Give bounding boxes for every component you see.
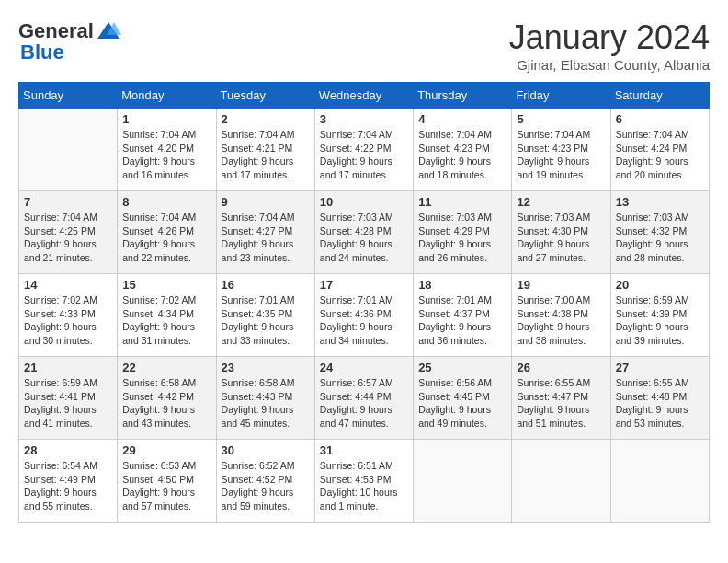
weekday-header-saturday: Saturday [610, 83, 709, 109]
day-info: Sunrise: 6:56 AMSunset: 4:45 PMDaylight:… [418, 376, 506, 431]
day-info: Sunrise: 6:51 AMSunset: 4:53 PMDaylight:… [320, 459, 408, 513]
calendar-cell [19, 109, 118, 191]
day-number: 11 [418, 195, 506, 209]
day-info: Sunrise: 7:02 AMSunset: 4:33 PMDaylight:… [24, 293, 112, 348]
day-number: 18 [418, 278, 506, 292]
day-info: Sunrise: 7:01 AMSunset: 4:35 PMDaylight:… [222, 293, 310, 348]
day-number: 22 [122, 361, 210, 374]
calendar-cell: 29Sunrise: 6:53 AMSunset: 4:50 PMDayligh… [118, 440, 216, 523]
calendar-cell [610, 440, 709, 523]
day-number: 10 [320, 195, 408, 209]
calendar-cell: 18Sunrise: 7:01 AMSunset: 4:37 PMDayligh… [414, 274, 512, 357]
day-number: 7 [24, 195, 112, 209]
day-info: Sunrise: 6:52 AMSunset: 4:52 PMDaylight:… [222, 459, 310, 513]
day-number: 24 [320, 361, 408, 374]
calendar-cell: 14Sunrise: 7:02 AMSunset: 4:33 PMDayligh… [19, 274, 118, 357]
day-info: Sunrise: 6:59 AMSunset: 4:39 PMDaylight:… [616, 293, 704, 348]
calendar-week-5: 28Sunrise: 6:54 AMSunset: 4:49 PMDayligh… [19, 440, 710, 523]
calendar-cell: 1Sunrise: 7:04 AMSunset: 4:20 PMDaylight… [118, 109, 216, 191]
logo-icon [96, 18, 121, 44]
day-number: 23 [222, 361, 310, 374]
day-number: 31 [320, 443, 408, 457]
day-number: 6 [616, 112, 704, 126]
calendar-cell [512, 440, 610, 523]
day-number: 3 [320, 112, 408, 126]
calendar-cell: 3Sunrise: 7:04 AMSunset: 4:22 PMDaylight… [314, 109, 413, 191]
calendar-cell: 13Sunrise: 7:03 AMSunset: 4:32 PMDayligh… [610, 191, 709, 274]
calendar-cell: 10Sunrise: 7:03 AMSunset: 4:28 PMDayligh… [314, 191, 413, 274]
page-header: General Blue January 2024 Gjinar, Elbasa… [18, 18, 710, 73]
title-block: January 2024 Gjinar, Elbasan County, Alb… [509, 18, 710, 73]
calendar-cell: 2Sunrise: 7:04 AMSunset: 4:21 PMDaylight… [216, 109, 314, 191]
calendar-cell: 28Sunrise: 6:54 AMSunset: 4:49 PMDayligh… [19, 440, 118, 523]
logo-blue: Blue [20, 40, 64, 64]
calendar-cell: 25Sunrise: 6:56 AMSunset: 4:45 PMDayligh… [414, 357, 512, 440]
day-number: 8 [122, 195, 210, 209]
day-number: 12 [517, 195, 605, 209]
calendar-week-2: 7Sunrise: 7:04 AMSunset: 4:25 PMDaylight… [19, 191, 710, 274]
calendar-cell: 8Sunrise: 7:04 AMSunset: 4:26 PMDaylight… [118, 191, 216, 274]
day-number: 4 [418, 112, 506, 126]
day-info: Sunrise: 7:04 AMSunset: 4:25 PMDaylight:… [24, 211, 112, 265]
day-number: 28 [24, 443, 112, 457]
calendar-body: 1Sunrise: 7:04 AMSunset: 4:20 PMDaylight… [19, 109, 710, 523]
weekday-header-sunday: Sunday [19, 83, 118, 109]
day-number: 21 [24, 361, 112, 374]
weekday-header-monday: Monday [118, 83, 216, 109]
day-info: Sunrise: 7:04 AMSunset: 4:22 PMDaylight:… [320, 128, 408, 182]
weekday-header-row: SundayMondayTuesdayWednesdayThursdayFrid… [19, 83, 710, 109]
calendar-cell: 26Sunrise: 6:55 AMSunset: 4:47 PMDayligh… [512, 357, 610, 440]
day-info: Sunrise: 6:57 AMSunset: 4:44 PMDaylight:… [320, 376, 408, 431]
day-info: Sunrise: 7:04 AMSunset: 4:23 PMDaylight:… [517, 128, 605, 182]
calendar-cell: 9Sunrise: 7:04 AMSunset: 4:27 PMDaylight… [216, 191, 314, 274]
day-info: Sunrise: 7:03 AMSunset: 4:30 PMDaylight:… [517, 211, 605, 265]
day-info: Sunrise: 7:04 AMSunset: 4:21 PMDaylight:… [222, 128, 310, 182]
calendar-cell: 16Sunrise: 7:01 AMSunset: 4:35 PMDayligh… [216, 274, 314, 357]
day-info: Sunrise: 7:00 AMSunset: 4:38 PMDaylight:… [517, 293, 605, 348]
location: Gjinar, Elbasan County, Albania [509, 57, 710, 73]
calendar-cell: 31Sunrise: 6:51 AMSunset: 4:53 PMDayligh… [314, 440, 413, 523]
day-info: Sunrise: 7:02 AMSunset: 4:34 PMDaylight:… [122, 293, 210, 348]
calendar-cell: 19Sunrise: 7:00 AMSunset: 4:38 PMDayligh… [512, 274, 610, 357]
day-number: 14 [24, 278, 112, 292]
calendar-cell: 21Sunrise: 6:59 AMSunset: 4:41 PMDayligh… [19, 357, 118, 440]
calendar-table: SundayMondayTuesdayWednesdayThursdayFrid… [18, 82, 710, 523]
calendar-cell: 4Sunrise: 7:04 AMSunset: 4:23 PMDaylight… [414, 109, 512, 191]
day-info: Sunrise: 7:01 AMSunset: 4:37 PMDaylight:… [418, 293, 506, 348]
day-number: 29 [122, 443, 210, 457]
day-number: 13 [616, 195, 704, 209]
day-info: Sunrise: 7:04 AMSunset: 4:24 PMDaylight:… [616, 128, 704, 182]
day-number: 27 [616, 361, 704, 374]
day-info: Sunrise: 6:58 AMSunset: 4:42 PMDaylight:… [122, 376, 210, 431]
day-number: 26 [517, 361, 605, 374]
day-info: Sunrise: 7:03 AMSunset: 4:28 PMDaylight:… [320, 211, 408, 265]
day-number: 16 [222, 278, 310, 292]
day-info: Sunrise: 6:53 AMSunset: 4:50 PMDaylight:… [122, 459, 210, 513]
day-info: Sunrise: 6:59 AMSunset: 4:41 PMDaylight:… [24, 376, 112, 431]
day-number: 2 [222, 112, 310, 126]
calendar-cell [414, 440, 512, 523]
calendar-cell: 24Sunrise: 6:57 AMSunset: 4:44 PMDayligh… [314, 357, 413, 440]
month-title: January 2024 [509, 18, 710, 57]
day-number: 9 [222, 195, 310, 209]
weekday-header-wednesday: Wednesday [314, 83, 413, 109]
weekday-header-friday: Friday [512, 83, 610, 109]
calendar-cell: 27Sunrise: 6:55 AMSunset: 4:48 PMDayligh… [610, 357, 709, 440]
day-info: Sunrise: 7:04 AMSunset: 4:23 PMDaylight:… [418, 128, 506, 182]
calendar-week-3: 14Sunrise: 7:02 AMSunset: 4:33 PMDayligh… [19, 274, 710, 357]
day-number: 17 [320, 278, 408, 292]
day-info: Sunrise: 6:54 AMSunset: 4:49 PMDaylight:… [24, 459, 112, 513]
day-info: Sunrise: 6:55 AMSunset: 4:48 PMDaylight:… [616, 376, 704, 431]
calendar-week-4: 21Sunrise: 6:59 AMSunset: 4:41 PMDayligh… [19, 357, 710, 440]
weekday-header-tuesday: Tuesday [216, 83, 314, 109]
calendar-cell: 23Sunrise: 6:58 AMSunset: 4:43 PMDayligh… [216, 357, 314, 440]
day-number: 25 [418, 361, 506, 374]
day-info: Sunrise: 6:55 AMSunset: 4:47 PMDaylight:… [517, 376, 605, 431]
calendar-cell: 5Sunrise: 7:04 AMSunset: 4:23 PMDaylight… [512, 109, 610, 191]
day-number: 20 [616, 278, 704, 292]
weekday-header-thursday: Thursday [414, 83, 512, 109]
day-number: 15 [122, 278, 210, 292]
calendar-cell: 12Sunrise: 7:03 AMSunset: 4:30 PMDayligh… [512, 191, 610, 274]
calendar-cell: 17Sunrise: 7:01 AMSunset: 4:36 PMDayligh… [314, 274, 413, 357]
logo: General Blue [18, 18, 121, 64]
